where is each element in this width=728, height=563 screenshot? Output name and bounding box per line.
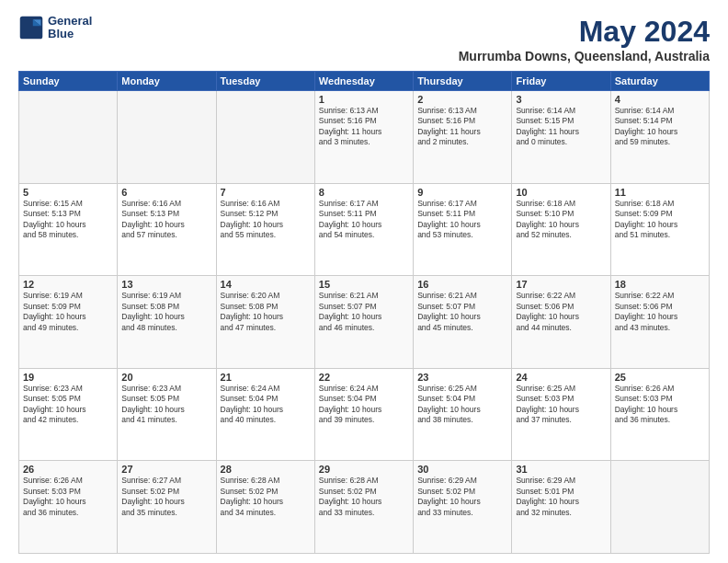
day-info: Sunrise: 6:26 AM Sunset: 5:03 PM Dayligh… — [23, 476, 113, 518]
day-number: 9 — [417, 187, 507, 198]
day-number: 23 — [417, 372, 507, 383]
day-info: Sunrise: 6:23 AM Sunset: 5:05 PM Dayligh… — [121, 384, 211, 426]
day-number: 29 — [319, 464, 409, 475]
calendar-week-row: 1Sunrise: 6:13 AM Sunset: 5:16 PM Daylig… — [19, 91, 710, 184]
table-row: 4Sunrise: 6:14 AM Sunset: 5:14 PM Daylig… — [610, 91, 709, 184]
table-row: 9Sunrise: 6:17 AM Sunset: 5:11 PM Daylig… — [414, 183, 512, 276]
day-info: Sunrise: 6:21 AM Sunset: 5:07 PM Dayligh… — [417, 291, 507, 333]
day-info: Sunrise: 6:26 AM Sunset: 5:03 PM Dayligh… — [615, 384, 705, 426]
day-info: Sunrise: 6:24 AM Sunset: 5:04 PM Dayligh… — [319, 384, 409, 426]
day-info: Sunrise: 6:15 AM Sunset: 5:13 PM Dayligh… — [23, 199, 113, 241]
table-row: 5Sunrise: 6:15 AM Sunset: 5:13 PM Daylig… — [19, 183, 118, 276]
day-number: 4 — [615, 94, 705, 105]
day-number: 24 — [516, 372, 606, 383]
day-info: Sunrise: 6:29 AM Sunset: 5:02 PM Dayligh… — [417, 476, 507, 518]
table-row: 12Sunrise: 6:19 AM Sunset: 5:09 PM Dayli… — [19, 276, 118, 369]
calendar-week-row: 12Sunrise: 6:19 AM Sunset: 5:09 PM Dayli… — [19, 276, 710, 369]
table-row: 25Sunrise: 6:26 AM Sunset: 5:03 PM Dayli… — [610, 368, 709, 461]
table-row: 31Sunrise: 6:29 AM Sunset: 5:01 PM Dayli… — [512, 461, 610, 554]
table-row: 8Sunrise: 6:17 AM Sunset: 5:11 PM Daylig… — [314, 183, 413, 276]
day-info: Sunrise: 6:19 AM Sunset: 5:09 PM Dayligh… — [23, 291, 113, 333]
day-info: Sunrise: 6:27 AM Sunset: 5:02 PM Dayligh… — [121, 476, 211, 518]
table-row: 14Sunrise: 6:20 AM Sunset: 5:08 PM Dayli… — [216, 276, 314, 369]
day-number: 11 — [615, 187, 705, 198]
day-number: 8 — [319, 187, 409, 198]
table-row: 19Sunrise: 6:23 AM Sunset: 5:05 PM Dayli… — [19, 368, 118, 461]
day-info: Sunrise: 6:21 AM Sunset: 5:07 PM Dayligh… — [319, 291, 409, 333]
table-row: 24Sunrise: 6:25 AM Sunset: 5:03 PM Dayli… — [512, 368, 610, 461]
day-number: 22 — [319, 372, 409, 383]
title-section: May 2024 Murrumba Downs, Queensland, Aus… — [459, 15, 710, 63]
location-title: Murrumba Downs, Queensland, Australia — [459, 49, 710, 63]
day-number: 5 — [23, 187, 113, 198]
table-row: 18Sunrise: 6:22 AM Sunset: 5:06 PM Dayli… — [610, 276, 709, 369]
day-number: 18 — [615, 279, 705, 290]
col-monday: Monday — [118, 72, 216, 91]
table-row: 27Sunrise: 6:27 AM Sunset: 5:02 PM Dayli… — [118, 461, 216, 554]
col-saturday: Saturday — [610, 72, 709, 91]
table-row: 15Sunrise: 6:21 AM Sunset: 5:07 PM Dayli… — [314, 276, 413, 369]
day-number: 7 — [221, 187, 311, 198]
logo-text: General Blue — [48, 15, 92, 41]
calendar-table: Sunday Monday Tuesday Wednesday Thursday… — [18, 71, 710, 554]
day-info: Sunrise: 6:25 AM Sunset: 5:03 PM Dayligh… — [516, 384, 606, 426]
table-row — [216, 91, 314, 184]
day-number: 10 — [516, 187, 606, 198]
day-info: Sunrise: 6:28 AM Sunset: 5:02 PM Dayligh… — [221, 476, 311, 518]
table-row: 26Sunrise: 6:26 AM Sunset: 5:03 PM Dayli… — [19, 461, 118, 554]
table-row: 23Sunrise: 6:25 AM Sunset: 5:04 PM Dayli… — [414, 368, 512, 461]
table-row: 22Sunrise: 6:24 AM Sunset: 5:04 PM Dayli… — [314, 368, 413, 461]
day-info: Sunrise: 6:28 AM Sunset: 5:02 PM Dayligh… — [319, 476, 409, 518]
day-number: 3 — [516, 94, 606, 105]
day-info: Sunrise: 6:18 AM Sunset: 5:10 PM Dayligh… — [516, 199, 606, 241]
day-number: 6 — [121, 187, 211, 198]
table-row: 10Sunrise: 6:18 AM Sunset: 5:10 PM Dayli… — [512, 183, 610, 276]
table-row: 30Sunrise: 6:29 AM Sunset: 5:02 PM Dayli… — [414, 461, 512, 554]
day-info: Sunrise: 6:16 AM Sunset: 5:12 PM Dayligh… — [221, 199, 311, 241]
table-row: 29Sunrise: 6:28 AM Sunset: 5:02 PM Dayli… — [314, 461, 413, 554]
day-info: Sunrise: 6:13 AM Sunset: 5:16 PM Dayligh… — [417, 106, 507, 148]
day-number: 16 — [417, 279, 507, 290]
col-friday: Friday — [512, 72, 610, 91]
table-row: 16Sunrise: 6:21 AM Sunset: 5:07 PM Dayli… — [414, 276, 512, 369]
month-title: May 2024 — [459, 15, 710, 49]
day-number: 1 — [319, 94, 409, 105]
header: General Blue May 2024 Murrumba Downs, Qu… — [18, 15, 710, 63]
table-row: 20Sunrise: 6:23 AM Sunset: 5:05 PM Dayli… — [118, 368, 216, 461]
page: General Blue May 2024 Murrumba Downs, Qu… — [0, 0, 728, 563]
day-number: 28 — [221, 464, 311, 475]
day-number: 27 — [121, 464, 211, 475]
calendar-header-row: Sunday Monday Tuesday Wednesday Thursday… — [19, 72, 710, 91]
table-row: 6Sunrise: 6:16 AM Sunset: 5:13 PM Daylig… — [118, 183, 216, 276]
day-info: Sunrise: 6:17 AM Sunset: 5:11 PM Dayligh… — [417, 199, 507, 241]
day-number: 30 — [417, 464, 507, 475]
col-sunday: Sunday — [19, 72, 118, 91]
table-row — [610, 461, 709, 554]
logo-icon — [18, 15, 44, 40]
table-row: 11Sunrise: 6:18 AM Sunset: 5:09 PM Dayli… — [610, 183, 709, 276]
table-row: 3Sunrise: 6:14 AM Sunset: 5:15 PM Daylig… — [512, 91, 610, 184]
calendar-week-row: 5Sunrise: 6:15 AM Sunset: 5:13 PM Daylig… — [19, 183, 710, 276]
day-number: 21 — [221, 372, 311, 383]
calendar-week-row: 26Sunrise: 6:26 AM Sunset: 5:03 PM Dayli… — [19, 461, 710, 554]
day-info: Sunrise: 6:14 AM Sunset: 5:15 PM Dayligh… — [516, 106, 606, 148]
day-info: Sunrise: 6:23 AM Sunset: 5:05 PM Dayligh… — [23, 384, 113, 426]
day-number: 17 — [516, 279, 606, 290]
table-row: 13Sunrise: 6:19 AM Sunset: 5:08 PM Dayli… — [118, 276, 216, 369]
day-info: Sunrise: 6:29 AM Sunset: 5:01 PM Dayligh… — [516, 476, 606, 518]
day-number: 19 — [23, 372, 113, 383]
day-info: Sunrise: 6:17 AM Sunset: 5:11 PM Dayligh… — [319, 199, 409, 241]
table-row: 7Sunrise: 6:16 AM Sunset: 5:12 PM Daylig… — [216, 183, 314, 276]
day-number: 25 — [615, 372, 705, 383]
day-number: 31 — [516, 464, 606, 475]
day-number: 26 — [23, 464, 113, 475]
day-info: Sunrise: 6:14 AM Sunset: 5:14 PM Dayligh… — [615, 106, 705, 148]
day-info: Sunrise: 6:16 AM Sunset: 5:13 PM Dayligh… — [121, 199, 211, 241]
table-row: 1Sunrise: 6:13 AM Sunset: 5:16 PM Daylig… — [314, 91, 413, 184]
day-info: Sunrise: 6:19 AM Sunset: 5:08 PM Dayligh… — [121, 291, 211, 333]
day-info: Sunrise: 6:13 AM Sunset: 5:16 PM Dayligh… — [319, 106, 409, 148]
calendar-week-row: 19Sunrise: 6:23 AM Sunset: 5:05 PM Dayli… — [19, 368, 710, 461]
day-info: Sunrise: 6:24 AM Sunset: 5:04 PM Dayligh… — [221, 384, 311, 426]
day-number: 15 — [319, 279, 409, 290]
day-info: Sunrise: 6:22 AM Sunset: 5:06 PM Dayligh… — [615, 291, 705, 333]
